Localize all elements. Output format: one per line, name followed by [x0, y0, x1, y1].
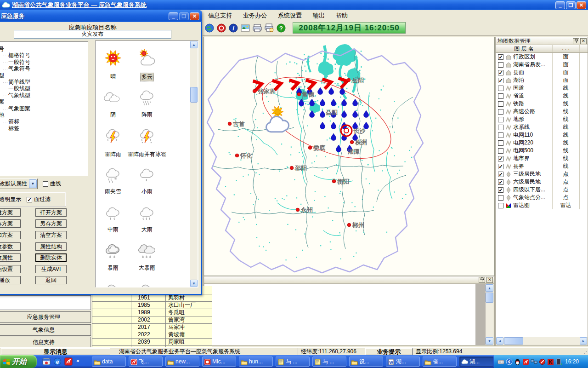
layer-row-地市界[interactable]: ✓地市界线: [496, 155, 588, 162]
tree-item[interactable]: ···气象图案: [0, 105, 88, 112]
weather-label[interactable]: 暴雨: [107, 264, 119, 272]
city-永州[interactable]: 永州: [296, 207, 313, 213]
plan-button-画设置[interactable]: 画设置: [0, 265, 21, 273]
layer-checkbox[interactable]: [498, 86, 503, 91]
layer-row-电网220[interactable]: 电网220线: [496, 139, 588, 147]
scroll-thumb[interactable]: [190, 87, 198, 103]
layers-hscrollbar[interactable]: ◂ ▸: [496, 337, 587, 345]
plan-button-建方案[interactable]: 建方案: [0, 208, 21, 217]
print-icon[interactable]: [252, 23, 262, 33]
table-row[interactable]: 2039周家咀: [92, 339, 212, 346]
info-icon[interactable]: i: [228, 23, 238, 33]
app-quicklaunch-icon[interactable]: [42, 357, 51, 366]
weather-icon-sun[interactable]: [103, 49, 123, 69]
restore-button[interactable]: ❐: [566, 1, 576, 9]
weather-icon-sun-cloud[interactable]: [137, 49, 157, 69]
network-tray-icon[interactable]: [531, 358, 537, 365]
weather-icon-thunder[interactable]: [103, 126, 123, 146]
layer-row-地形[interactable]: 地形线: [496, 115, 588, 123]
layer-checkbox[interactable]: [498, 148, 503, 154]
layer-row-铁路[interactable]: 铁路线: [496, 100, 588, 108]
layers-column-header[interactable]: 图 层 名 . . .: [496, 45, 588, 53]
menu-item-3[interactable]: 输出: [307, 11, 330, 21]
tree-item[interactable]: ···一般线型: [0, 85, 88, 92]
security-tray-icon[interactable]: [539, 358, 546, 365]
scroll-thumb[interactable]: [504, 337, 523, 345]
layer-checkbox[interactable]: ✓: [498, 179, 503, 185]
table-row[interactable]: 2022黄坡塘: [92, 331, 212, 339]
tree-item[interactable]: 他: [0, 112, 88, 118]
layer-row-国道[interactable]: 国道线: [496, 84, 588, 92]
resize-grip[interactable]: ⋰: [583, 348, 587, 355]
close-button[interactable]: ✕: [577, 1, 586, 9]
layer-row-湖泊[interactable]: ✓湖泊面: [496, 76, 588, 84]
stop-icon[interactable]: [216, 23, 226, 33]
layer-checkbox[interactable]: [498, 125, 503, 130]
table-row[interactable]: 1989冬瓜咀: [92, 309, 212, 316]
weather-icon-rain-mid[interactable]: [103, 203, 123, 224]
taskbar-task-10[interactable]: 湖...: [459, 356, 493, 367]
layer-row-县界[interactable]: ✓县界线: [496, 162, 588, 170]
minimize-button[interactable]: _: [555, 1, 565, 9]
taskbar-task-0[interactable]: data: [92, 356, 126, 367]
phone-tray-icon[interactable]: [555, 358, 562, 365]
plan-button-清空方案[interactable]: 清空方案: [35, 231, 67, 239]
weather-label[interactable]: 阵雨: [141, 111, 153, 119]
default-attr-dropdown[interactable]: 改默认属性 ▼: [0, 178, 38, 189]
city-益阳[interactable]: 益阳: [325, 109, 338, 116]
pin-icon[interactable]: [479, 277, 485, 283]
city-株洲[interactable]: 株洲: [350, 139, 367, 146]
qq-tray-icon[interactable]: [514, 358, 521, 365]
layer-row-三级居民地[interactable]: ✓三级居民地点: [496, 170, 588, 178]
fetion-tray-icon[interactable]: [522, 358, 529, 365]
plan-button-返回[interactable]: 返回: [35, 276, 67, 284]
layer-checkbox[interactable]: [498, 140, 503, 146]
table-row[interactable]: 1985水口山一厂: [92, 302, 212, 309]
weather-label[interactable]: 大雨: [141, 226, 153, 234]
weather-label[interactable]: 晴: [109, 73, 117, 80]
layer-row-行政区划[interactable]: ✓行政区划面: [496, 53, 588, 61]
fetion-quicklaunch-icon[interactable]: [64, 357, 73, 366]
city-长沙[interactable]: 长沙: [353, 127, 366, 134]
dialog-maximize-button[interactable]: ❐: [179, 12, 189, 20]
weather-icon-thunder-hail[interactable]: [137, 126, 157, 146]
bottom-vscrollbar[interactable]: ▴ ▾: [486, 284, 493, 345]
layer-row-电网500[interactable]: 电网500线: [496, 147, 588, 155]
project-name-input[interactable]: [14, 30, 171, 39]
layer-checkbox[interactable]: [498, 101, 503, 107]
weather-label[interactable]: 阴: [109, 111, 117, 119]
start-button[interactable]: 开始: [0, 355, 37, 368]
layer-checkbox[interactable]: ✓: [498, 54, 503, 60]
tree-item[interactable]: ···标签: [0, 125, 88, 132]
ie-quicklaunch-icon[interactable]: e: [53, 357, 62, 366]
tree-item[interactable]: ···气象符号: [0, 65, 88, 72]
weather-label[interactable]: 多云: [140, 73, 154, 81]
layer-checkbox[interactable]: [498, 117, 503, 122]
city-湘潭[interactable]: 湘潭: [347, 148, 360, 155]
weather-label[interactable]: 雷阵雨并有冰雹: [127, 150, 167, 158]
layer-row-省道[interactable]: 省道线: [496, 92, 588, 100]
plan-button-改参数[interactable]: 改参数: [0, 242, 21, 251]
scroll-down-icon[interactable]: ▾: [190, 280, 198, 287]
tree-item[interactable]: ···一般符号: [0, 59, 88, 65]
taskbar-task-6[interactable]: 与 ...: [312, 356, 346, 367]
kaspersky-tray-icon[interactable]: K: [547, 358, 554, 365]
layer-row-气象站点分...[interactable]: 气象站点分...点: [496, 194, 588, 201]
layer-row-高速公路[interactable]: 高速公路线: [496, 108, 588, 115]
main-window-titlebar[interactable]: 湖南省公共气象服务业务平台 — 应急气象服务系统 _ ❐ ✕: [0, 0, 588, 10]
menu-item-4[interactable]: 帮助: [330, 11, 353, 21]
layer-checkbox[interactable]: ✓: [498, 78, 503, 83]
scroll-up-icon[interactable]: ▴: [190, 41, 198, 48]
layer-checkbox[interactable]: [498, 109, 503, 115]
tree-item[interactable]: ···箭标: [0, 118, 88, 125]
layer-checkbox[interactable]: ✓: [498, 70, 503, 75]
curve-checkbox[interactable]: 曲线: [40, 180, 61, 188]
layer-row-雷达图[interactable]: 雷达图雷达: [496, 201, 588, 209]
nav-list-box[interactable]: [0, 295, 91, 310]
weather-icon-shower[interactable]: [137, 87, 157, 107]
menu-item-2[interactable]: 系统设置: [272, 11, 307, 21]
symbol-tree[interactable]: 号···栅格符号···一般符号···气象符号型···简单线型···一般线型···…: [0, 41, 88, 176]
help-icon[interactable]: ?: [276, 23, 286, 33]
city-怀化[interactable]: 怀化: [235, 152, 253, 159]
layer-checkbox[interactable]: ✓: [498, 156, 503, 161]
